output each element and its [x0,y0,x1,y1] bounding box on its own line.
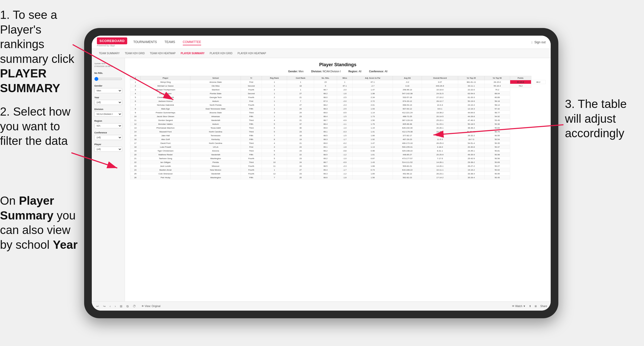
nav-bar: SCOREBOARD Powered by clippi TOURNAMENTS… [92,36,551,49]
table-row: 17David FordNorth CarolinaThird42169.0-0… [130,141,546,145]
nav-tournaments[interactable]: TOURNAMENTS [133,39,157,45]
col-overall: Overall Record [422,76,458,80]
col-no-rds: No. Rds. [314,76,337,80]
table-area: Player Standings Gender: Men Division: N… [125,58,551,311]
sidebar-player-label: Player [94,143,122,146]
table-row: 25Cole SherwoodVanderbiltFourth122369.3-… [130,172,546,176]
instruction-step1: 1. To see a Player's rankings summary cl… [0,8,82,106]
table-row: 4Luke ClantonFlorida StateSecond12768.2-… [130,92,546,95]
no-rds-slider[interactable] [94,77,122,81]
toolbar-share[interactable]: Share [540,305,547,308]
instruction-step3: 3. The table will adjust accordingly [565,97,644,141]
toolbar-view-label: 👁 View: Original [141,305,160,308]
bottom-note-year: Year [53,238,78,251]
instruction-bottom: On Player Summary you can also view by s… [0,193,79,252]
col-wins: Wins [337,76,353,80]
table-row: 12Brendan ValdesAuburnFifth53768.4-1.11.… [130,122,546,126]
table-row: 10Jacob Skov OlesenArkansasFifth12368.4-… [130,115,546,118]
step3-text: 3. The table will adjust accordingly [565,97,627,140]
sidebar-division-label: Division [94,108,122,110]
toolbar-clock[interactable]: ⏱ [132,304,137,309]
sub-nav: TEAM SUMMARY TEAM H2H GRID TEAM H2H HEAT… [92,49,551,58]
sidebar-conference-select[interactable]: (All) [94,135,122,140]
col-player: Player [140,76,190,80]
table-row: 15Jake HallTennesseeFifth71868.5-1.51.66… [130,134,546,137]
toolbar-right: 👁 Watch ▼ ⬆ ⊞ Share [512,305,547,308]
table-row: 24Bastien AmatNew MexicoFourth12769.4-1.… [130,168,546,172]
table-row: 9Preston SummerhaysArizona StateThird324… [130,111,546,115]
sidebar-region-select[interactable]: N/A [94,123,122,128]
sidebar-player-select[interactable]: (All) [94,147,122,152]
table-row: 6Jackson KoivunAuburnFirst1767.3-2.02.72… [130,99,546,103]
col-conf-rank: Conf Rank [287,76,314,80]
sidebar-year-label: Year [94,96,122,99]
instruction-step2: 2. Select how you want to filter the dat… [0,104,79,148]
table-row: 11Gordon SargentVanderbiltThird42168.7-0… [130,118,546,122]
col-adj-score: Adj. Score to Par [353,76,393,80]
table-filters: Gender: Men Division: NCAA Division I Re… [130,70,546,73]
step1-text: 1. To see a Player's rankings summary cl… [0,8,74,65]
table-row: 7Nicholas GabrelcikNorth FloridaFourth12… [130,103,546,107]
table-row: 1Wenyi DingArizona StateFirst1115167.1-3… [130,80,546,84]
toolbar-watch[interactable]: 👁 Watch ▼ [512,305,525,308]
subnav-player-h2h-heatmap[interactable]: PLAYER H2H HEATMAP [236,51,268,56]
filter-region: Region: All [348,70,361,73]
nav-right: | Sign out [532,39,546,45]
col-avg-sg: Avg SG [393,76,422,80]
toolbar-copy[interactable]: ⊞ [119,304,123,309]
subnav-team-h2h-heatmap[interactable]: TEAM H2H HEATMAP [148,51,178,56]
table-row: 21Taehoon SongWashingtonFourth52369.2-1.… [130,157,546,160]
sidebar-region-label: Region [94,120,122,122]
bottom-note: On [0,194,19,207]
filter-conference: Conference: All [369,70,388,73]
toolbar-back[interactable]: ‹ [109,304,112,309]
table-row: 22Ian GilliganFloridaThird102468.7-0.91.… [130,160,546,164]
main-content: Update time: 27/03/2024 16:56:26 No Rds.… [92,58,551,311]
nav-links: TOURNAMENTS TEAMS COMMITTEE [133,39,532,45]
table-title: Player Standings [130,62,546,67]
sidebar-year-select[interactable]: (All) [94,100,122,105]
toolbar-forward[interactable]: › [114,304,117,309]
table-row: 13Phichaisak MaichonTexas A&MThird63069.… [130,126,546,130]
toolbar-export[interactable]: ⬆ [529,305,531,308]
nav-teams[interactable]: TEAMS [164,39,175,45]
table-row: 2Michael Le SassoOle MissSecond118067.1-… [130,84,546,88]
table-row: 20Matthew RiedelVanderbiltFifth52268.5-1… [130,153,546,157]
toolbar-undo[interactable]: ↩ [95,304,100,309]
nav-logo: SCOREBOARD [97,37,127,44]
sidebar-gender-label: Gender [94,85,122,87]
table-row: 19Tiger ChristensenArizonaThird52369.2-0… [130,149,546,153]
toolbar-grid[interactable]: ⊞ [535,305,537,308]
step1-bold: PLAYER SUMMARY [0,67,60,95]
col-yr: Yr [241,76,262,80]
filter-division: Division: NCAA Division I [311,70,341,73]
col-vs-top25: Vs Top 25 [458,76,485,80]
table-row: 16Alex GoffKentuckyFifth81968.3-1.71.924… [130,137,546,141]
tablet-screen: SCOREBOARD Powered by clippi TOURNAMENTS… [92,36,551,311]
sidebar: Update time: 27/03/2024 16:56:26 No Rds.… [92,58,125,311]
sidebar-no-rds-label: No Rds. [94,72,122,74]
subnav-team-h2h-grid[interactable]: TEAM H2H GRID [123,51,147,56]
sidebar-gender-select[interactable]: Men [94,88,122,93]
subnav-team-summary[interactable]: TEAM SUMMARY [97,51,122,56]
table-row: 23Jack LundinMissouriFourth112468.5-2.31… [130,164,546,168]
toolbar-redo[interactable]: ↪ [102,304,107,309]
col-points: Points [510,76,531,80]
bottom-toolbar: ↩ ↪ ‹ › ⊞ ⧉ ⏱ 👁 View: Original 👁 Watch ▼… [92,301,551,311]
col-rank: # [130,76,141,80]
subnav-player-summary[interactable]: PLAYER SUMMARY [179,51,207,56]
filter-gender: Gender: Men [288,70,304,73]
table-row: 5Christo LamprechtGeorgia TechFourth2216… [130,95,546,99]
table-row: 14Maxwell FordNorth CarolinaThird52369.1… [130,130,546,134]
tablet-frame: SCOREBOARD Powered by clippi TOURNAMENTS… [84,28,558,318]
sidebar-conference-label: Conference [94,131,122,134]
nav-signin[interactable]: Sign out [534,39,546,45]
step2-text: 2. Select how you want to filter the dat… [0,105,70,147]
subnav-player-h2h-grid[interactable]: PLAYER H2H GRID [208,51,235,56]
sidebar-update: Update time: 27/03/2024 16:56:26 [94,62,122,68]
sidebar-division-select[interactable]: NCAA Division I [94,112,122,117]
toolbar-paste[interactable]: ⧉ [125,304,130,309]
nav-separator: | [532,41,532,44]
col-school: School [190,76,241,80]
nav-committee[interactable]: COMMITTEE [183,39,201,45]
